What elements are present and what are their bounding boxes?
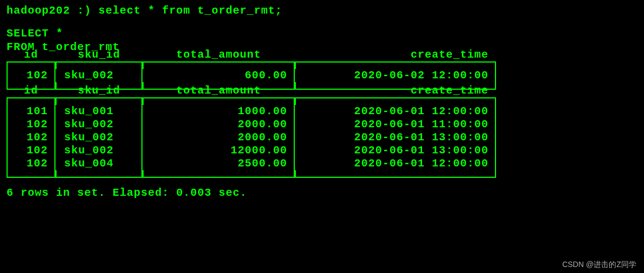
cell-id: 102 xyxy=(7,157,55,170)
table-header: idsku_idtotal_amountcreate_time xyxy=(7,61,637,69)
cell-id: 102 xyxy=(7,118,55,131)
cell-sku_id: sku_002 xyxy=(55,144,143,157)
table-row: 102sku_00212000.002020-06-01 13:00:00 xyxy=(7,144,637,157)
column-header: total_amount xyxy=(143,97,295,105)
table-row: 102sku_002600.002020-06-02 12:00:00 xyxy=(7,69,637,82)
table-row: 102sku_0022000.002020-06-01 11:00:00 xyxy=(7,118,637,131)
result-table: idsku_idtotal_amountcreate_time101sku_00… xyxy=(7,97,637,178)
column-header: sku_id xyxy=(55,97,143,105)
cell-sku_id: sku_002 xyxy=(55,118,143,131)
column-header: id xyxy=(7,97,55,105)
cell-create_time: 2020-06-01 13:00:00 xyxy=(295,144,496,157)
query-line-1: SELECT * xyxy=(7,27,637,40)
cell-total_amount: 12000.00 xyxy=(143,144,295,157)
cell-total_amount: 600.00 xyxy=(143,69,295,82)
table-row: 101sku_0011000.002020-06-01 12:00:00 xyxy=(7,105,637,118)
column-header: total_amount xyxy=(143,61,295,69)
watermark: CSDN @进击的Z同学 xyxy=(562,260,636,270)
cell-total_amount: 2500.00 xyxy=(143,157,295,170)
table-row: 102sku_0042500.002020-06-01 12:00:00 xyxy=(7,157,637,170)
cell-sku_id: sku_002 xyxy=(55,69,143,82)
column-header: sku_id xyxy=(55,61,143,69)
cell-id: 102 xyxy=(7,69,55,82)
prompt-command: select * from t_order_rmt; xyxy=(98,4,282,17)
table-row: 102sku_0022000.002020-06-01 13:00:00 xyxy=(7,131,637,144)
cell-total_amount: 1000.00 xyxy=(143,105,295,118)
prompt-line[interactable]: hadoop202 :) select * from t_order_rmt; xyxy=(7,4,637,17)
cell-total_amount: 2000.00 xyxy=(143,118,295,131)
cell-id: 101 xyxy=(7,105,55,118)
cell-create_time: 2020-06-01 12:00:00 xyxy=(295,105,496,118)
cell-create_time: 2020-06-01 11:00:00 xyxy=(295,118,496,131)
status-line: 6 rows in set. Elapsed: 0.003 sec. xyxy=(7,187,637,199)
table-header: idsku_idtotal_amountcreate_time xyxy=(7,97,637,105)
cell-create_time: 2020-06-02 12:00:00 xyxy=(295,69,496,82)
cell-create_time: 2020-06-01 13:00:00 xyxy=(295,131,496,144)
cell-total_amount: 2000.00 xyxy=(143,131,295,144)
column-header: create_time xyxy=(295,61,496,69)
cell-create_time: 2020-06-01 12:00:00 xyxy=(295,157,496,170)
cell-sku_id: sku_004 xyxy=(55,157,143,170)
cell-id: 102 xyxy=(7,131,55,144)
cell-id: 102 xyxy=(7,144,55,157)
cell-sku_id: sku_001 xyxy=(55,105,143,118)
table-footer xyxy=(7,170,637,178)
prompt-host: hadoop202 :) xyxy=(7,4,91,17)
column-header: create_time xyxy=(295,97,496,105)
cell-sku_id: sku_002 xyxy=(55,131,143,144)
column-header: id xyxy=(7,61,55,69)
